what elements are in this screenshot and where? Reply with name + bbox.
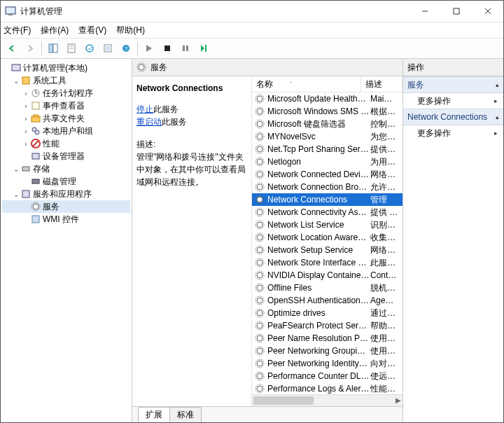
properties-icon[interactable] (63, 40, 80, 57)
tree-services[interactable]: 服务 (2, 200, 130, 213)
tree-item[interactable]: ›事件查看器 (2, 99, 130, 112)
tree-item[interactable]: WMI 控件 (2, 213, 130, 226)
menu-file[interactable]: 文件(F) (4, 25, 31, 36)
svg-rect-1 (8, 14, 13, 15)
tree-item[interactable]: ›本地用户和组 (2, 125, 130, 137)
stop-link[interactable]: 停止 (136, 104, 153, 114)
tree-root[interactable]: 计算机管理(本地) (2, 62, 130, 74)
back-button[interactable] (4, 40, 20, 57)
service-row[interactable]: OpenSSH Authentication …Age… (252, 294, 402, 307)
svg-rect-29 (34, 115, 38, 117)
service-row[interactable]: Peer Name Resolution Pr…使用… (252, 332, 402, 345)
svg-point-59 (257, 197, 262, 202)
service-name-cell: Microsoft Update Health… (267, 94, 370, 104)
actions-section-services[interactable]: 服务▴ (403, 76, 503, 93)
service-desc-cell: 帮助… (370, 320, 402, 332)
service-row[interactable]: Optimize drives通过… (252, 307, 402, 319)
desc-label: 描述: (136, 138, 247, 151)
service-row[interactable]: Network Connected Devi…网络… (252, 168, 402, 181)
service-row[interactable]: Network Store Interface …此服… (252, 256, 402, 269)
pause-button[interactable] (177, 40, 194, 57)
window-title: 计算机管理 (20, 6, 409, 18)
service-row[interactable]: Microsoft Update Health…Mai… (252, 92, 402, 105)
svg-point-75 (257, 298, 262, 303)
service-desc-cell: 收集… (370, 232, 402, 244)
nav-tree[interactable]: 计算机管理(本地) ⌄系统工具 ›任务计划程序 ›事件查看器 ›共享文件夹 ›本… (1, 59, 132, 422)
gear-icon (255, 346, 265, 356)
service-row[interactable]: Netlogon为用… (252, 155, 402, 168)
svg-rect-27 (32, 102, 39, 109)
svg-rect-7 (53, 44, 57, 53)
minimize-button[interactable] (409, 1, 440, 22)
tree-item[interactable]: ›共享文件夹 (2, 112, 130, 125)
export-icon[interactable] (81, 40, 98, 57)
tab-extended[interactable]: 扩展 (138, 407, 170, 422)
tree-services-apps[interactable]: ⌄服务和应用程序 (2, 188, 130, 200)
help-icon[interactable]: ? (118, 40, 134, 57)
service-desc-cell: 使用… (370, 345, 402, 357)
service-row[interactable]: Microsoft Windows SMS …根据… (252, 105, 402, 118)
service-desc-cell: 通过… (370, 307, 402, 319)
service-row[interactable]: Offline Files脱机… (252, 282, 402, 294)
refresh-icon[interactable] (99, 40, 116, 57)
service-row[interactable]: Microsoft 键盘筛选器控制… (252, 118, 402, 130)
svg-rect-35 (22, 167, 29, 171)
service-row[interactable]: Peer Networking Groupi…使用… (252, 345, 402, 357)
svg-point-79 (257, 323, 262, 328)
gear-icon (255, 333, 265, 343)
service-row[interactable]: NVIDIA Display Containe…Cont… (252, 269, 402, 282)
svg-point-65 (257, 235, 262, 240)
service-row[interactable]: Net.Tcp Port Sharing Ser…提供… (252, 143, 402, 155)
tree-storage[interactable]: ⌄存储 (2, 162, 130, 175)
list-rows[interactable]: Microsoft Update Health…Mai…Microsoft Wi… (252, 92, 402, 394)
service-row[interactable]: PeaFSearch Protect Service帮助… (252, 319, 402, 332)
svg-point-43 (257, 96, 262, 102)
show-hide-icon[interactable] (45, 40, 62, 57)
stop-button[interactable] (159, 40, 176, 57)
tree-system-tools[interactable]: ⌄系统工具 (2, 74, 130, 87)
close-button[interactable] (472, 1, 503, 22)
actions-section-selected[interactable]: Network Connections▴ (403, 109, 503, 125)
service-row[interactable]: Performance Counter DL…使远… (252, 370, 402, 382)
svg-rect-36 (32, 179, 39, 183)
svg-rect-37 (22, 190, 29, 197)
menu-help[interactable]: 帮助(H) (116, 25, 145, 36)
service-row[interactable]: Network Connections管理 (252, 193, 402, 206)
service-name-cell: MYNovelSvc (267, 132, 370, 141)
service-name-cell: Netlogon (267, 157, 370, 167)
service-row[interactable]: Performance Logs & Aler…性能… (252, 382, 402, 394)
service-desc-cell: 根据… (370, 106, 402, 118)
maximize-button[interactable] (440, 1, 472, 22)
list-header[interactable]: 名称ˆ 描述 (252, 76, 402, 92)
svg-point-81 (257, 335, 262, 341)
svg-marker-20 (201, 45, 204, 52)
tree-item[interactable]: ›性能 (2, 137, 130, 150)
tab-standard[interactable]: 标准 (169, 407, 202, 422)
restart-link[interactable]: 重启动 (136, 117, 162, 127)
tree-item[interactable]: 设备管理器 (2, 150, 130, 162)
svg-point-85 (257, 361, 262, 366)
service-row[interactable]: Network Setup Service网络… (252, 244, 402, 256)
more-actions-1[interactable]: 更多操作▸ (403, 93, 503, 109)
service-row[interactable]: Peer Networking Identity…向对… (252, 357, 402, 370)
horizontal-scrollbar[interactable]: ▶ (252, 394, 402, 406)
play-button[interactable] (141, 40, 158, 57)
tree-item[interactable]: 磁盘管理 (2, 175, 130, 188)
service-row[interactable]: Network Connectivity Ass…提供 … (252, 206, 402, 219)
service-row[interactable]: MYNovelSvc为您… (252, 130, 402, 143)
service-row[interactable]: Network List Service识别… (252, 219, 402, 231)
service-name-cell: Peer Name Resolution Pr… (267, 333, 370, 343)
service-row[interactable]: Network Location Aware…收集… (252, 231, 402, 244)
forward-button[interactable] (22, 40, 38, 57)
menu-action[interactable]: 操作(A) (41, 25, 69, 36)
more-actions-2[interactable]: 更多操作▸ (403, 125, 503, 141)
service-row[interactable]: Network Connection Bro…允许… (252, 181, 402, 193)
tree-item[interactable]: ›任务计划程序 (2, 87, 130, 99)
svg-point-87 (257, 373, 262, 379)
svg-point-77 (257, 310, 262, 316)
tab-strip: 扩展 标准 (132, 406, 402, 422)
gear-icon (255, 207, 265, 217)
menu-view[interactable]: 查看(V) (78, 25, 106, 36)
restart-button[interactable] (195, 40, 212, 57)
service-name-cell: NVIDIA Display Containe… (267, 270, 370, 280)
